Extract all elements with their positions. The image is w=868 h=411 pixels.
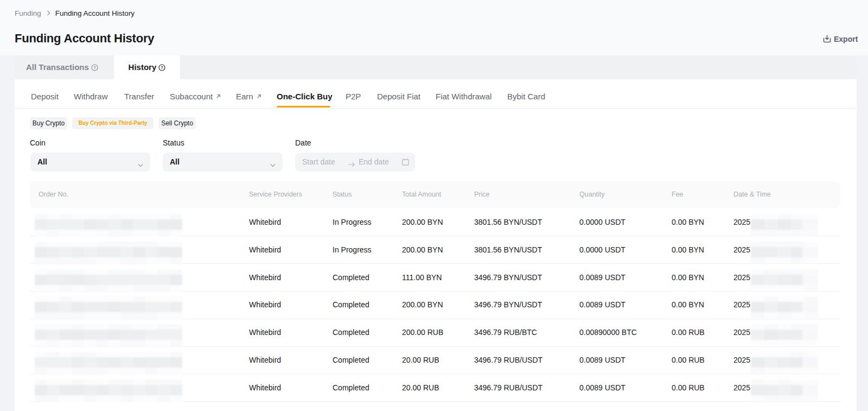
svg-text:?: ?: [161, 65, 164, 70]
svg-text:?: ?: [93, 65, 96, 70]
